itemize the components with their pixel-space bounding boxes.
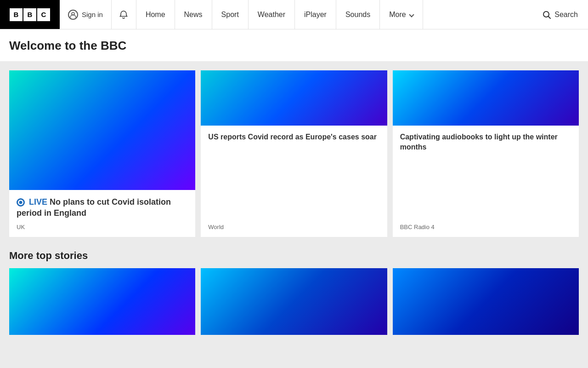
content-area: LIVE No plans to cut Covid isolation per… (0, 61, 588, 344)
more-stories-grid (9, 268, 579, 335)
more-top-stories: More top stories (9, 250, 579, 335)
notifications-button[interactable] (112, 0, 136, 29)
nav-links: Home News Sport Weather iPlayer Sounds M… (136, 0, 532, 29)
main-story-image (9, 70, 195, 190)
signin-label: Sign in (82, 11, 103, 18)
top-stories-grid: LIVE No plans to cut Covid isolation per… (9, 70, 579, 237)
search-icon (543, 11, 551, 19)
bbc-logo: B B C (0, 0, 60, 29)
more-story-image-3 (393, 268, 579, 335)
secondary-story-card-2[interactable]: Captivating audiobooks to light up the w… (393, 70, 579, 237)
secondary-story-headline-2: Captivating audiobooks to light up the w… (400, 132, 571, 152)
more-story-image-2 (201, 268, 387, 335)
secondary-story-image-2 (393, 70, 579, 126)
more-story-image-1 (9, 268, 195, 335)
nav-iplayer[interactable]: iPlayer (295, 0, 336, 29)
user-icon (68, 10, 78, 20)
secondary-story-tag-1: World (208, 224, 379, 230)
nav-sport[interactable]: Sport (212, 0, 249, 29)
nav-more[interactable]: More (380, 0, 423, 29)
nav-news[interactable]: News (175, 0, 212, 29)
more-chevron-icon (409, 12, 414, 17)
svg-line-2 (548, 17, 550, 18)
main-story-tag: UK (17, 224, 188, 230)
main-content: Welcome to the BBC LIVE No plans to cut … (0, 29, 588, 368)
live-badge: LIVE (29, 197, 47, 207)
more-stories-heading: More top stories (9, 250, 579, 262)
logo-b1: B (10, 8, 23, 21)
nav-home[interactable]: Home (136, 0, 175, 29)
secondary-story-tag-2: BBC Radio 4 (400, 224, 571, 230)
welcome-heading: Welcome to the BBC (0, 29, 588, 61)
main-nav: B B C Sign in Home News Sport Weather iP… (0, 0, 588, 29)
main-story-card[interactable]: LIVE No plans to cut Covid isolation per… (9, 70, 195, 237)
search-label: Search (554, 11, 578, 19)
secondary-story-image-1 (201, 70, 387, 126)
more-story-card-3[interactable] (393, 268, 579, 335)
nav-sounds[interactable]: Sounds (336, 0, 380, 29)
main-story-headline: LIVE No plans to cut Covid isolation per… (17, 196, 188, 219)
main-story-body: LIVE No plans to cut Covid isolation per… (9, 190, 195, 237)
more-story-card-2[interactable] (201, 268, 387, 335)
more-story-card-1[interactable] (9, 268, 195, 335)
signin-button[interactable]: Sign in (60, 0, 112, 29)
secondary-story-headline-1: US reports Covid record as Europe's case… (208, 132, 379, 142)
svg-point-1 (543, 12, 549, 17)
nav-weather[interactable]: Weather (249, 0, 295, 29)
secondary-story-body-2: Captivating audiobooks to light up the w… (393, 126, 579, 237)
logo-b2: B (23, 8, 36, 21)
logo-c: C (37, 8, 50, 21)
live-dot-icon (17, 198, 25, 207)
secondary-story-card-1[interactable]: US reports Covid record as Europe's case… (201, 70, 387, 237)
search-button[interactable]: Search (532, 0, 588, 29)
secondary-story-body-1: US reports Covid record as Europe's case… (201, 126, 387, 237)
